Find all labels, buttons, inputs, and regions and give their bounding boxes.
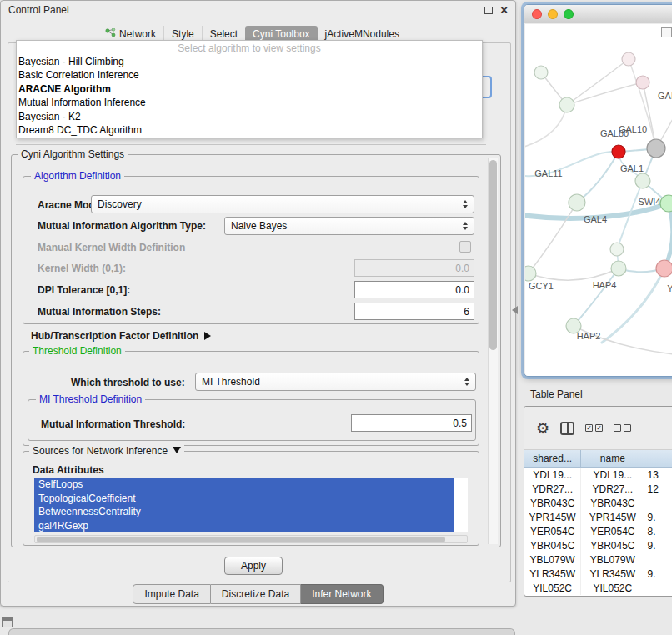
table-row[interactable]: YPR145WYPR145W9. <box>524 510 672 524</box>
sources-legend[interactable]: Sources for Network Inference <box>29 445 184 457</box>
table-cell: 9. <box>644 567 672 581</box>
algorithm-definition-legend: Algorithm Definition <box>31 170 124 182</box>
attribute-item-topologicalcoefficient[interactable]: TopologicalCoefficient <box>34 492 454 506</box>
collapsed-panel-strip[interactable] <box>8 628 515 635</box>
expand-arrow-icon <box>204 332 211 340</box>
network-graph: GAL80GAL10GAL1GAL11SWI4GAL4HAP4GCY1HAP2G… <box>525 24 672 376</box>
network-node[interactable] <box>636 76 649 89</box>
network-node[interactable] <box>611 261 626 276</box>
bottom-tab-infer-network[interactable]: Infer Network <box>301 584 383 604</box>
table-cell: YDL19... <box>524 468 581 482</box>
float-window-icon[interactable] <box>484 7 493 14</box>
network-canvas[interactable]: GAL80GAL10GAL1GAL11SWI4GAL4HAP4GCY1HAP2G… <box>525 24 672 376</box>
unchecked-box-icon <box>624 424 631 432</box>
columns-icon[interactable] <box>560 422 574 435</box>
column-header-2[interactable] <box>644 450 672 467</box>
table-row[interactable]: YDR27...YDR27...12 <box>524 482 672 496</box>
restore-window-icon[interactable] <box>2 618 13 628</box>
apply-button[interactable]: Apply <box>224 557 283 575</box>
mi-type-select[interactable]: Naive Bayes <box>224 217 474 235</box>
column-header-shared-[interactable]: shared... <box>524 450 581 467</box>
attribute-item-selfloops[interactable]: SelfLoops <box>34 478 454 492</box>
select-all-icon[interactable]: ✓ ✓ <box>585 424 603 432</box>
table-cell: YBL079W <box>581 552 644 567</box>
table-row[interactable]: YDL19...YDL19...13 <box>524 468 672 482</box>
table-cell: YBR045C <box>581 538 644 552</box>
table-cell: 13 <box>644 468 672 482</box>
network-node[interactable] <box>622 52 635 66</box>
network-node[interactable] <box>569 194 585 211</box>
table-row[interactable]: YBR045CYBR045C9. <box>524 538 672 552</box>
bottom-tab-discretize-data[interactable]: Discretize Data <box>211 584 301 604</box>
node-label: SWI4 <box>639 197 661 207</box>
node-label: GAL4 <box>584 214 607 224</box>
birdseye-toggle-button[interactable] <box>661 27 672 38</box>
table-row[interactable]: YIL052CYIL052C <box>524 581 672 595</box>
algorithm-dropdown-popup: Select algorithm to view settings Bayesi… <box>16 40 483 138</box>
network-edge <box>567 82 643 105</box>
network-node[interactable] <box>610 242 624 256</box>
network-node[interactable] <box>635 173 650 188</box>
network-node[interactable] <box>559 98 574 112</box>
algorithm-option-aracne-algorithm[interactable]: ARACNE Algorithm <box>17 82 482 96</box>
node-label: HAP4 <box>593 280 617 290</box>
mi-threshold-label: Mutual Information Threshold: <box>41 418 185 430</box>
kernel-width-field[interactable] <box>354 259 474 277</box>
close-traffic-light[interactable] <box>532 9 542 19</box>
settings-scrollbar-thumb[interactable] <box>489 160 497 350</box>
algorithm-option-dream8-dc-tdc-algorithm[interactable]: Dream8 DC_TDC Algorithm <box>17 123 482 137</box>
dpi-tolerance-field[interactable] <box>354 281 474 298</box>
bottom-tab-impute-data[interactable]: Impute Data <box>133 584 210 604</box>
network-edge <box>629 59 656 148</box>
algorithm-option-mutual-information-inference[interactable]: Mutual Information Inference <box>17 96 482 109</box>
table-row[interactable]: YBR043CYBR043C <box>524 496 672 510</box>
bottom-tabs: Impute DataDiscretize DataInfer Network <box>1 584 515 604</box>
manual-kernel-label: Manual Kernel Width Definition <box>38 242 185 253</box>
which-threshold-select[interactable]: MI Threshold <box>195 372 476 391</box>
network-node[interactable] <box>660 195 672 212</box>
unselect-all-icon[interactable] <box>614 424 631 432</box>
hub-section-toggle[interactable]: Hub/Transcription Factor Definition <box>31 330 211 342</box>
gear-icon[interactable]: ⚙ <box>536 421 549 436</box>
panel-divider-collapse-arrow[interactable] <box>512 306 518 314</box>
window-title: Control Panel <box>8 4 69 16</box>
mi-steps-field[interactable] <box>354 302 474 320</box>
data-attributes-label: Data Attributes <box>33 464 104 476</box>
table-cell <box>644 552 672 567</box>
table-row[interactable]: YBL079WYBL079W <box>524 552 672 567</box>
network-node[interactable] <box>656 260 672 277</box>
network-node[interactable] <box>525 266 536 281</box>
attributes-hscrollbar-thumb[interactable] <box>37 537 445 542</box>
aracne-mode-select[interactable]: Discovery <box>91 195 474 213</box>
zoom-traffic-light[interactable] <box>564 9 574 19</box>
mi-threshold-field[interactable] <box>351 414 472 432</box>
network-node[interactable] <box>612 145 625 158</box>
manual-kernel-checkbox[interactable] <box>459 241 471 252</box>
mi-type-value: Naive Bayes <box>231 220 459 232</box>
table-panel-title: Table Panel <box>530 388 583 400</box>
collapse-arrow-icon <box>173 447 181 453</box>
table-row[interactable]: YLR345WYLR345W9. <box>524 567 672 581</box>
table-cell: YIL052C <box>524 581 581 595</box>
minimize-traffic-light[interactable] <box>548 9 558 19</box>
hub-section-label: Hub/Transcription Factor Definition <box>31 330 198 342</box>
attributes-hscrollbar[interactable] <box>34 535 468 543</box>
attribute-item-betweennesscentrality[interactable]: BetweennessCentrality <box>34 505 454 519</box>
node-label: GCY1 <box>529 281 554 291</box>
tab-label: jActiveMNodules <box>325 28 399 40</box>
algorithm-option-basic-correlation-inference[interactable]: Basic Correlation Inference <box>17 68 482 82</box>
table-cell: YBR045C <box>524 538 581 552</box>
network-node[interactable] <box>534 66 548 79</box>
network-window-titlebar[interactable] <box>524 5 672 23</box>
table-row[interactable]: YER054CYER054C8. <box>524 524 672 538</box>
column-header-name[interactable]: name <box>581 450 644 467</box>
algorithm-option-bayesian-hill-climbing[interactable]: Bayesian - Hill Climbing <box>17 55 482 68</box>
attribute-item-gal4rgexp[interactable]: gal4RGexp <box>34 519 454 533</box>
algorithm-option-bayesian-k2[interactable]: Bayesian - K2 <box>17 110 482 123</box>
network-edge <box>525 105 567 149</box>
close-window-icon[interactable]: × <box>500 6 508 14</box>
table-cell: YPR145W <box>581 510 644 524</box>
table-body: YDL19...YDL19...13YDR27...YDR27...12YBR0… <box>524 468 672 595</box>
network-node[interactable] <box>647 139 665 158</box>
combo-arrows-icon <box>460 378 474 386</box>
